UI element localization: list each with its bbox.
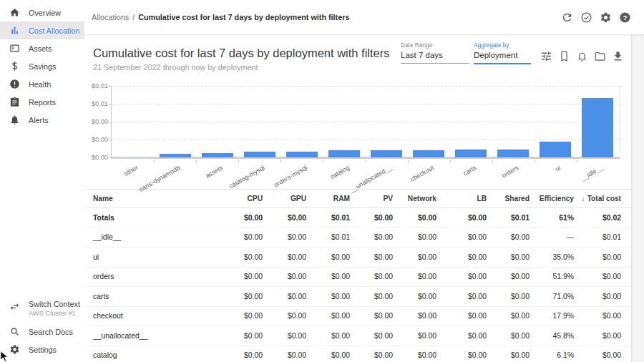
bar-__unallocated__[interactable] (371, 150, 402, 157)
aggregate-by-value[interactable]: Deployment (474, 51, 531, 64)
cell-shared: $0.00 (487, 346, 530, 362)
cell-cpu: $0.00 (220, 228, 263, 248)
column-header-lb[interactable]: LB (436, 190, 487, 208)
gear-icon[interactable] (600, 11, 612, 24)
column-header-efficiency[interactable]: Efficiency (530, 190, 574, 208)
cell-lb: $0.00 (436, 208, 487, 228)
bar-carts-dynamodb[interactable] (160, 154, 191, 157)
sidebar-item-assets[interactable]: Assets (0, 39, 84, 57)
y-axis-tick-label: $0.01 (84, 100, 108, 107)
sidebar-footer-settings[interactable]: Settings (0, 341, 84, 358)
table-row-totals[interactable]: Totals$0.00$0.00$0.01$0.00$0.00$0.00$0.0… (84, 208, 631, 228)
x-axis-tick-mark (492, 160, 493, 162)
cell-pv: $0.00 (350, 228, 393, 248)
sidebar-item-savings[interactable]: Savings (0, 57, 84, 75)
x-axis-category-label: other (123, 164, 140, 177)
x-axis-category-label: __idle__ (580, 164, 604, 182)
cell-gpu: $0.00 (263, 306, 306, 326)
axis-tick-mark (108, 104, 111, 104)
cell-ram: $0.00 (306, 346, 350, 362)
sidebar-footer-text: Settings (29, 346, 57, 354)
sidebar-item-health[interactable]: Health (0, 75, 84, 93)
sort-arrow-down-icon: ↓ (582, 195, 585, 202)
date-range-field[interactable]: Date Range Last 7 days (401, 41, 469, 64)
bar-orders-mysql[interactable] (286, 152, 318, 157)
table-row-orders[interactable]: orders$0.00$0.00$0.00$0.00$0.00$0.00$0.0… (84, 267, 631, 287)
column-header-gpu[interactable]: GPU (263, 190, 306, 208)
cell-efficiency: 17.9% (530, 306, 574, 326)
sidebar-item-cost-allocation[interactable]: Cost Allocation (0, 21, 84, 39)
table-row-__unallocated__[interactable]: __unallocated__$0.00$0.00$0.00$0.00$0.00… (84, 326, 631, 346)
breadcrumb-section[interactable]: Allocations (92, 13, 129, 21)
bar-catalog[interactable] (328, 150, 360, 157)
tune-icon[interactable] (540, 50, 552, 62)
sidebar-item-label: Savings (29, 62, 56, 71)
column-header-pv[interactable]: PV (350, 190, 393, 208)
bookmark-icon[interactable] (558, 50, 570, 62)
bar-other[interactable] (117, 157, 149, 157)
cell-total-cost: $0.00 (574, 306, 631, 326)
sidebar-item-alerts[interactable]: Alerts (0, 111, 84, 129)
sidebar-item-reports[interactable]: Reports (0, 93, 84, 111)
cell-network: $0.00 (393, 267, 436, 287)
cell-cpu: $0.00 (220, 208, 263, 228)
date-range-value[interactable]: Last 7 days (401, 51, 469, 64)
help-icon[interactable]: ? (619, 11, 631, 24)
check-circle-icon[interactable] (580, 11, 592, 24)
axis-tick-mark (108, 140, 111, 140)
x-axis-tick-mark (577, 160, 577, 162)
sidebar-item-overview[interactable]: Overview (0, 4, 84, 21)
column-header-shared[interactable]: Shared (487, 190, 530, 208)
table-row-__idle__[interactable]: __idle__$0.00$0.00$0.01$0.00$0.00$0.00$0… (84, 228, 631, 248)
bar-catalog-mysql[interactable] (244, 152, 275, 157)
x-axis-category-label: checkout (409, 164, 435, 183)
cell-total-cost: $0.00 (574, 326, 631, 346)
cell-efficiency: 61% (530, 208, 574, 228)
column-header-network[interactable]: Network (393, 190, 436, 208)
column-header-cpu[interactable]: CPU (220, 190, 263, 208)
folder-icon[interactable] (594, 50, 606, 62)
gridline (112, 86, 619, 87)
cell-pv: $0.00 (350, 306, 393, 326)
y-axis-tick-label: $0.00 (84, 154, 108, 161)
row-name: checkout (84, 306, 220, 326)
y-axis-tick-label: $0.00 (84, 118, 108, 125)
axis-tick-mark (620, 140, 623, 140)
bar-__idle__[interactable] (582, 98, 613, 157)
bar-assets[interactable] (202, 153, 233, 157)
cost-bar-chart: othercarts-dynamodbassetscatalog-mysqlor… (84, 80, 631, 189)
axis-tick-mark (620, 157, 623, 158)
table-row-carts[interactable]: carts$0.00$0.00$0.00$0.00$0.00$0.00$0.00… (84, 287, 631, 307)
cell-pv: $0.00 (350, 326, 393, 346)
table-row-checkout[interactable]: checkout$0.00$0.00$0.00$0.00$0.00$0.00$0… (84, 306, 631, 326)
sidebar-item-label: Health (29, 80, 51, 89)
bar-checkout[interactable] (413, 150, 444, 157)
gridline (112, 140, 619, 140)
column-header-ram[interactable]: RAM (306, 190, 350, 208)
sidebar-footer-search-docs[interactable]: Search Docs (0, 323, 84, 341)
download-icon[interactable] (612, 50, 624, 62)
column-header-name[interactable]: Name (84, 190, 220, 208)
cell-network: $0.00 (393, 248, 436, 268)
gear-icon (9, 344, 20, 355)
sidebar-footer-switch-context[interactable]: Switch ContextAWS Cluster #1 (0, 297, 84, 323)
row-name: orders (84, 267, 220, 287)
cell-pv: $0.00 (350, 287, 393, 307)
bar-ui[interactable] (540, 142, 571, 157)
cell-lb: $0.00 (436, 326, 487, 346)
bar-orders[interactable] (497, 150, 529, 157)
cell-ram: $0.00 (306, 326, 350, 346)
cell-gpu: $0.00 (263, 287, 306, 307)
cell-ram: $0.00 (306, 287, 350, 307)
table-row-ui[interactable]: ui$0.00$0.00$0.00$0.00$0.00$0.00$0.0035.… (84, 248, 631, 268)
refresh-icon[interactable] (561, 11, 573, 24)
aggregate-by-field[interactable]: Aggregate by Deployment (474, 41, 531, 64)
bell-icon[interactable] (576, 50, 588, 62)
bar-carts[interactable] (455, 150, 487, 157)
sidebar: OverviewCost AllocationAssetsSavingsHeal… (0, 0, 84, 362)
column-header-total-cost[interactable]: ↓Total cost (574, 190, 631, 208)
row-name: ui (84, 248, 220, 268)
cell-lb: $0.00 (436, 228, 487, 248)
cell-gpu: $0.00 (263, 346, 306, 362)
table-row-catalog[interactable]: catalog$0.00$0.00$0.00$0.00$0.00$0.00$0.… (84, 346, 631, 362)
